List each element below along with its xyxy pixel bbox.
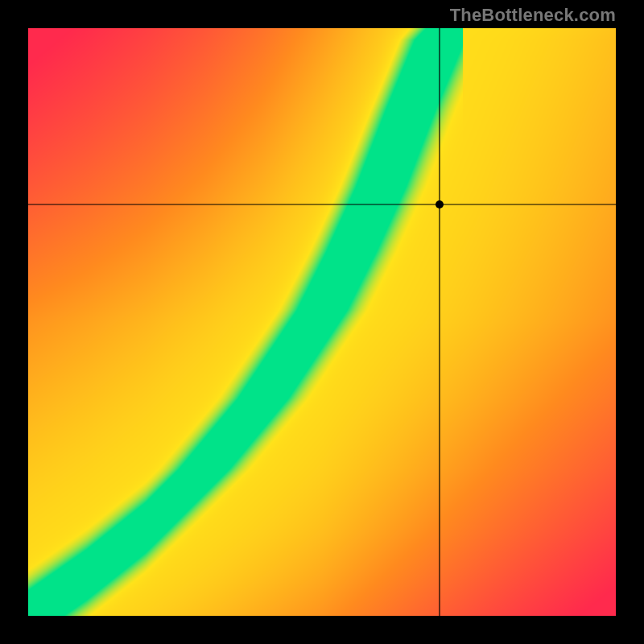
watermark-text: TheBottleneck.com [450, 5, 616, 26]
heatmap-plot [28, 28, 616, 616]
heatmap-canvas [28, 28, 616, 616]
chart-frame: TheBottleneck.com [0, 0, 644, 644]
